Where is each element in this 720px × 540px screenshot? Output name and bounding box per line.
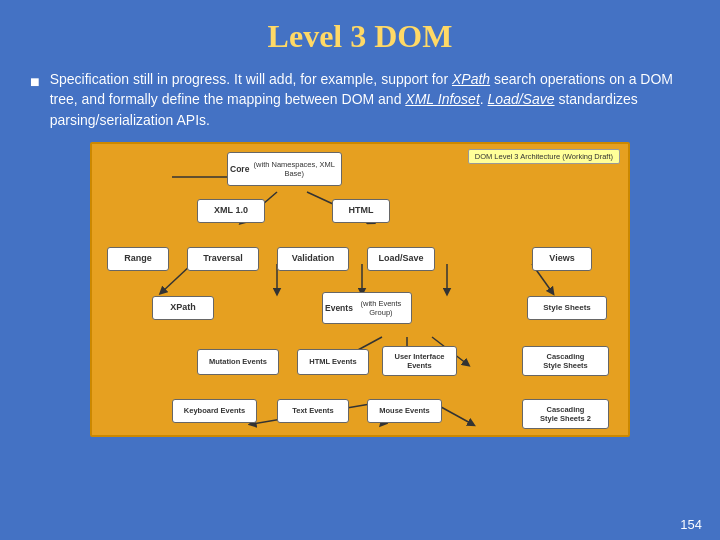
node-cascading-ss2: CascadingStyle Sheets 2	[522, 399, 609, 429]
node-xml10: XML 1.0	[197, 199, 265, 223]
node-views: Views	[532, 247, 592, 271]
node-loadsave: Load/Save	[367, 247, 435, 271]
node-stylesheets: Style Sheets	[527, 296, 607, 320]
node-traversal: Traversal	[187, 247, 259, 271]
diagram-arrows	[92, 144, 628, 435]
bullet-dot: ■	[30, 70, 40, 93]
node-keyboard-events: Keyboard Events	[172, 399, 257, 423]
node-xpath: XPath	[152, 296, 214, 320]
node-cascading-ss: CascadingStyle Sheets	[522, 346, 609, 376]
node-events: Events(with Events Group)	[322, 292, 412, 324]
content-area: ■ Specification still in progress. It wi…	[30, 69, 690, 437]
bullet-item: ■ Specification still in progress. It wi…	[30, 69, 690, 130]
node-text-events: Text Events	[277, 399, 349, 423]
bullet-text: Specification still in progress. It will…	[50, 69, 690, 130]
node-core: Core(with Namespaces, XML Base)	[227, 152, 342, 186]
node-html: HTML	[332, 199, 390, 223]
dom-diagram: DOM Level 3 Architecture (Working Draft)	[90, 142, 630, 437]
page-number: 154	[680, 517, 702, 532]
diagram-title: DOM Level 3 Architecture (Working Draft)	[468, 149, 620, 164]
node-mouse-events: Mouse Events	[367, 399, 442, 423]
node-validation: Validation	[277, 247, 349, 271]
node-html-events: HTML Events	[297, 349, 369, 375]
node-range: Range	[107, 247, 169, 271]
slide-title: Level 3 DOM	[268, 18, 453, 55]
slide: Level 3 DOM ■ Specification still in pro…	[0, 0, 720, 540]
node-mutation-events: Mutation Events	[197, 349, 279, 375]
node-ui-events: User InterfaceEvents	[382, 346, 457, 376]
